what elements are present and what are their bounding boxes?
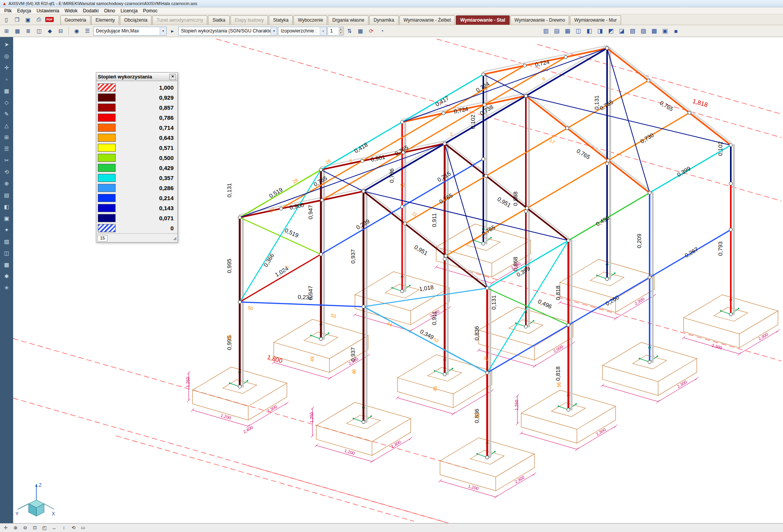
node-marker[interactable] [362, 420, 365, 423]
menu-item-edycja[interactable]: Edycja [14, 8, 34, 14]
node-marker[interactable] [484, 174, 488, 177]
saved-views-icon[interactable]: ◆ [45, 26, 55, 36]
zoom-fit-icon[interactable]: ⊡ [31, 524, 39, 532]
save-icon[interactable]: ▣ [23, 15, 33, 24]
menu-item-licencja[interactable]: Licencja [118, 8, 140, 14]
node-marker[interactable] [688, 111, 691, 114]
result-table-icon[interactable]: ▦ [355, 26, 365, 36]
menu-item-dodatki[interactable]: Dodatki [80, 8, 101, 14]
tool-mesh[interactable]: ▦ [2, 87, 11, 95]
spinner-arrows[interactable]: ▲▼ [339, 27, 343, 35]
node-marker[interactable] [319, 253, 322, 256]
tool-list[interactable]: ☰ [2, 144, 11, 153]
node-marker[interactable] [486, 287, 489, 290]
node-marker[interactable] [647, 79, 650, 82]
tool-zoom[interactable]: ◎ [2, 52, 11, 60]
design-diagram-11-icon[interactable]: ▩ [649, 26, 659, 36]
tab-etapy-budowy[interactable]: Etapy budowy [230, 15, 268, 25]
drawing-library-icon[interactable]: ◫ [34, 26, 44, 36]
node-marker[interactable] [524, 94, 527, 97]
fit-height-icon[interactable]: ↕ [60, 524, 68, 532]
tab-obciążenia[interactable]: Obciążenia [120, 15, 152, 25]
node-marker[interactable] [606, 162, 609, 165]
report-maker-icon[interactable]: ≣ [23, 26, 33, 36]
node-marker[interactable] [319, 168, 322, 171]
chevron-down-icon[interactable]: ▼ [160, 27, 166, 35]
member-line[interactable] [445, 96, 526, 143]
node-marker[interactable] [524, 210, 527, 213]
zoom-in-icon[interactable]: ⊕ [11, 524, 20, 532]
chevron-down-icon[interactable]: ∨ [320, 27, 326, 35]
node-marker[interactable] [648, 360, 651, 364]
node-marker[interactable] [362, 305, 365, 308]
copy-drawing-icon[interactable]: ⊞ [2, 26, 12, 36]
pdf-export-icon[interactable]: PDF [44, 15, 55, 24]
table-browser-icon[interactable]: ▦ [12, 26, 22, 36]
member-line[interactable] [487, 240, 568, 288]
node-marker[interactable] [482, 73, 485, 76]
rotate-view-icon[interactable]: ⟲ [69, 524, 78, 532]
node-marker[interactable] [648, 191, 651, 194]
member-line[interactable] [445, 144, 487, 288]
design-diagram-4-icon[interactable]: ◫ [573, 26, 583, 36]
menu-item-widok[interactable]: Widok [62, 8, 80, 14]
new-file-icon[interactable]: ▯ [1, 15, 11, 24]
animation-icon[interactable]: ◔ [377, 26, 387, 36]
node-marker[interactable] [401, 205, 404, 208]
tab-siatka[interactable]: Siatka [208, 15, 229, 25]
node-marker[interactable] [321, 199, 324, 202]
node-marker[interactable] [567, 408, 570, 411]
component-combo[interactable]: Stopień wykorzystania (SGN/SGU Charakter… [178, 27, 277, 36]
tool-layers[interactable]: ▤ [2, 191, 11, 199]
node-marker[interactable] [486, 456, 489, 459]
member-line[interactable] [446, 256, 487, 288]
tool-symbols[interactable]: ✱ [2, 272, 11, 280]
tab-wymiarowanie-żelbet[interactable]: Wymiarowanie - Żelbet [399, 15, 455, 25]
tab-wymiarowanie-stal[interactable]: Wymiarowanie - Stal [456, 15, 509, 25]
tool-undo-view[interactable]: ⟲ [2, 168, 11, 176]
tab-tunel-aerodynamiczny[interactable]: Tunel aerodynamiczny [152, 15, 207, 25]
node-marker[interactable] [403, 222, 406, 225]
print-icon[interactable]: ⎙ [34, 15, 44, 24]
tab-geometria[interactable]: Geometria [60, 15, 90, 25]
node-marker[interactable] [238, 301, 241, 304]
legend-title-bar[interactable]: Stopień wykorzystania ✕ [96, 73, 177, 81]
close-icon[interactable]: ✕ [169, 74, 176, 80]
node-marker[interactable] [729, 228, 732, 231]
design-diagram-3-icon[interactable]: ▦ [563, 26, 573, 36]
design-diagram-1-icon[interactable]: ▥ [541, 26, 551, 36]
node-marker[interactable] [401, 121, 404, 124]
member-line[interactable] [608, 160, 650, 193]
node-marker[interactable] [606, 47, 609, 50]
tool-windows[interactable]: ◫ [2, 249, 11, 257]
min-max-icon[interactable]: ⇅ [345, 26, 355, 36]
menu-item-ustawienia[interactable]: Ustawienia [34, 8, 62, 14]
tab-wyboczenie[interactable]: Wyboczenie [293, 15, 327, 25]
tool-table[interactable]: ⊞ [2, 133, 11, 141]
node-marker[interactable] [648, 276, 651, 279]
envelope-combo[interactable]: Decydujące Min,Max ▼ [93, 27, 167, 36]
node-marker[interactable] [442, 112, 445, 115]
node-marker[interactable] [444, 254, 447, 257]
resize-grip-icon[interactable]: ◢ [173, 236, 176, 241]
node-marker[interactable] [606, 277, 609, 280]
node-marker[interactable] [362, 190, 365, 193]
tab-statyka[interactable]: Statyka [269, 15, 293, 25]
design-diagram-10-icon[interactable]: ▨ [638, 26, 648, 36]
node-marker[interactable] [729, 143, 732, 146]
tool-move[interactable]: ✛ [2, 63, 11, 71]
design-diagram-13-icon[interactable]: ■ [671, 26, 681, 36]
node-marker[interactable] [361, 159, 364, 162]
levels-spinner[interactable]: 1 ▲▼ [328, 27, 344, 36]
node-marker[interactable] [443, 257, 446, 260]
node-marker[interactable] [567, 239, 570, 242]
tool-geometry[interactable]: ◇ [2, 98, 11, 106]
node-marker[interactable] [319, 337, 322, 340]
next-component-button[interactable]: ▸ [167, 26, 177, 36]
tab-wymiarowanie-mur[interactable]: Wymiarowanie - Mur [570, 15, 621, 25]
node-marker[interactable] [482, 157, 485, 160]
member-line[interactable] [240, 302, 363, 307]
title-bar[interactable]: ▲ AXISVM (64) X8 R1f-qf1 - E:\MIREK\Wars… [0, 0, 783, 7]
design-diagram-2-icon[interactable]: ▤ [552, 26, 562, 36]
layer-manager-icon[interactable]: ⊟ [56, 26, 66, 36]
